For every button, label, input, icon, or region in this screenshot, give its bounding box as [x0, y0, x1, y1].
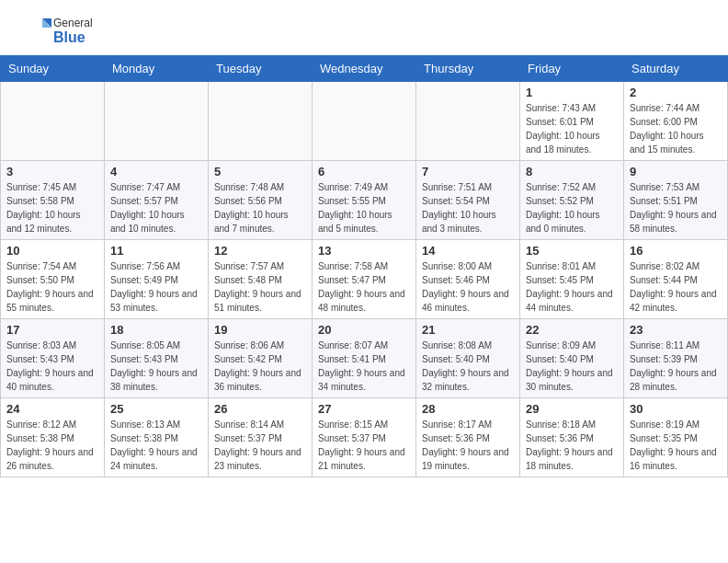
- calendar-week-row: 1Sunrise: 7:43 AM Sunset: 6:01 PM Daylig…: [1, 82, 728, 161]
- day-number: 8: [526, 165, 618, 178]
- calendar-cell: 15Sunrise: 8:01 AM Sunset: 5:45 PM Dayli…: [520, 240, 624, 319]
- logo-icon: General Blue: [22, 17, 93, 46]
- day-info: Sunrise: 8:01 AM Sunset: 5:45 PM Dayligh…: [526, 259, 618, 315]
- calendar-cell: 10Sunrise: 7:54 AM Sunset: 5:50 PM Dayli…: [1, 240, 105, 319]
- calendar-cell: [105, 82, 209, 161]
- day-number: 13: [318, 244, 410, 258]
- day-number: 11: [110, 244, 202, 258]
- calendar-cell: 23Sunrise: 8:11 AM Sunset: 5:39 PM Dayli…: [624, 319, 728, 398]
- calendar-cell: 4Sunrise: 7:47 AM Sunset: 5:57 PM Daylig…: [105, 161, 209, 240]
- calendar-cell: 14Sunrise: 8:00 AM Sunset: 5:46 PM Dayli…: [416, 240, 520, 319]
- calendar-cell: 1Sunrise: 7:43 AM Sunset: 6:01 PM Daylig…: [520, 82, 624, 161]
- day-info: Sunrise: 8:08 AM Sunset: 5:40 PM Dayligh…: [422, 339, 514, 394]
- calendar-cell: 25Sunrise: 8:13 AM Sunset: 5:38 PM Dayli…: [105, 398, 209, 477]
- logo: General Blue: [22, 17, 93, 46]
- day-info: Sunrise: 8:17 AM Sunset: 5:36 PM Dayligh…: [422, 418, 514, 473]
- day-info: Sunrise: 8:02 AM Sunset: 5:44 PM Dayligh…: [630, 259, 722, 315]
- day-number: 15: [526, 244, 618, 258]
- calendar-cell: 21Sunrise: 8:08 AM Sunset: 5:40 PM Dayli…: [416, 319, 520, 398]
- col-header-wednesday: Wednesday: [313, 56, 416, 82]
- calendar-cell: 16Sunrise: 8:02 AM Sunset: 5:44 PM Dayli…: [624, 240, 728, 319]
- day-number: 14: [422, 244, 514, 258]
- day-number: 1: [526, 86, 618, 99]
- day-info: Sunrise: 7:53 AM Sunset: 5:51 PM Dayligh…: [630, 180, 722, 236]
- day-number: 10: [6, 244, 98, 258]
- day-number: 12: [214, 244, 306, 258]
- calendar-cell: 27Sunrise: 8:15 AM Sunset: 5:37 PM Dayli…: [313, 398, 416, 477]
- day-number: 3: [6, 165, 98, 178]
- calendar-cell: 5Sunrise: 7:48 AM Sunset: 5:56 PM Daylig…: [209, 161, 313, 240]
- day-info: Sunrise: 8:15 AM Sunset: 5:37 PM Dayligh…: [318, 418, 410, 473]
- calendar-cell: 26Sunrise: 8:14 AM Sunset: 5:37 PM Dayli…: [209, 398, 313, 477]
- calendar-cell: [416, 82, 520, 161]
- calendar-cell: 3Sunrise: 7:45 AM Sunset: 5:58 PM Daylig…: [1, 161, 105, 240]
- calendar-cell: 2Sunrise: 7:44 AM Sunset: 6:00 PM Daylig…: [624, 82, 728, 161]
- day-info: Sunrise: 8:11 AM Sunset: 5:39 PM Dayligh…: [630, 339, 722, 394]
- day-info: Sunrise: 7:52 AM Sunset: 5:52 PM Dayligh…: [526, 180, 618, 236]
- calendar-cell: 18Sunrise: 8:05 AM Sunset: 5:43 PM Dayli…: [105, 319, 209, 398]
- page-header: General Blue: [0, 0, 728, 55]
- calendar-week-row: 10Sunrise: 7:54 AM Sunset: 5:50 PM Dayli…: [1, 240, 728, 319]
- day-info: Sunrise: 8:19 AM Sunset: 5:35 PM Dayligh…: [630, 418, 722, 473]
- day-number: 26: [214, 402, 306, 416]
- col-header-friday: Friday: [520, 56, 624, 82]
- day-number: 19: [214, 323, 306, 337]
- calendar-cell: 8Sunrise: 7:52 AM Sunset: 5:52 PM Daylig…: [520, 161, 624, 240]
- day-number: 30: [630, 402, 722, 416]
- calendar-cell: 19Sunrise: 8:06 AM Sunset: 5:42 PM Dayli…: [209, 319, 313, 398]
- col-header-tuesday: Tuesday: [209, 56, 313, 82]
- day-info: Sunrise: 8:00 AM Sunset: 5:46 PM Dayligh…: [422, 259, 514, 315]
- day-number: 16: [630, 244, 722, 258]
- calendar-cell: 12Sunrise: 7:57 AM Sunset: 5:48 PM Dayli…: [209, 240, 313, 319]
- col-header-saturday: Saturday: [624, 56, 728, 82]
- day-info: Sunrise: 7:51 AM Sunset: 5:54 PM Dayligh…: [422, 180, 514, 236]
- day-info: Sunrise: 8:06 AM Sunset: 5:42 PM Dayligh…: [214, 339, 306, 394]
- day-number: 4: [110, 165, 202, 178]
- calendar-cell: 11Sunrise: 7:56 AM Sunset: 5:49 PM Dayli…: [105, 240, 209, 319]
- calendar-cell: 6Sunrise: 7:49 AM Sunset: 5:55 PM Daylig…: [313, 161, 416, 240]
- calendar-cell: 24Sunrise: 8:12 AM Sunset: 5:38 PM Dayli…: [1, 398, 105, 477]
- day-number: 22: [526, 323, 618, 337]
- calendar-cell: [209, 82, 313, 161]
- calendar-cell: 22Sunrise: 8:09 AM Sunset: 5:40 PM Dayli…: [520, 319, 624, 398]
- day-info: Sunrise: 8:03 AM Sunset: 5:43 PM Dayligh…: [6, 339, 98, 394]
- day-info: Sunrise: 8:09 AM Sunset: 5:40 PM Dayligh…: [526, 339, 618, 394]
- calendar-cell: 28Sunrise: 8:17 AM Sunset: 5:36 PM Dayli…: [416, 398, 520, 477]
- day-info: Sunrise: 8:05 AM Sunset: 5:43 PM Dayligh…: [110, 339, 202, 394]
- day-number: 6: [318, 165, 410, 178]
- calendar-week-row: 3Sunrise: 7:45 AM Sunset: 5:58 PM Daylig…: [1, 161, 728, 240]
- day-info: Sunrise: 7:48 AM Sunset: 5:56 PM Dayligh…: [214, 180, 306, 236]
- day-number: 17: [6, 323, 98, 337]
- day-info: Sunrise: 8:07 AM Sunset: 5:41 PM Dayligh…: [318, 339, 410, 394]
- day-info: Sunrise: 8:14 AM Sunset: 5:37 PM Dayligh…: [214, 418, 306, 473]
- day-number: 5: [214, 165, 306, 178]
- day-number: 24: [6, 402, 98, 416]
- day-info: Sunrise: 7:56 AM Sunset: 5:49 PM Dayligh…: [110, 259, 202, 315]
- col-header-sunday: Sunday: [1, 56, 105, 82]
- calendar-cell: [313, 82, 416, 161]
- day-number: 23: [630, 323, 722, 337]
- calendar-cell: 30Sunrise: 8:19 AM Sunset: 5:35 PM Dayli…: [624, 398, 728, 477]
- calendar-week-row: 24Sunrise: 8:12 AM Sunset: 5:38 PM Dayli…: [1, 398, 728, 477]
- calendar-week-row: 17Sunrise: 8:03 AM Sunset: 5:43 PM Dayli…: [1, 319, 728, 398]
- day-info: Sunrise: 7:45 AM Sunset: 5:58 PM Dayligh…: [6, 180, 98, 236]
- day-info: Sunrise: 7:58 AM Sunset: 5:47 PM Dayligh…: [318, 259, 410, 315]
- day-info: Sunrise: 8:13 AM Sunset: 5:38 PM Dayligh…: [110, 418, 202, 473]
- day-number: 21: [422, 323, 514, 337]
- day-info: Sunrise: 7:47 AM Sunset: 5:57 PM Dayligh…: [110, 180, 202, 236]
- calendar-cell: 9Sunrise: 7:53 AM Sunset: 5:51 PM Daylig…: [624, 161, 728, 240]
- calendar-cell: 17Sunrise: 8:03 AM Sunset: 5:43 PM Dayli…: [1, 319, 105, 398]
- day-number: 28: [422, 402, 514, 416]
- logo-blue-text: Blue: [53, 29, 93, 46]
- day-number: 7: [422, 165, 514, 178]
- col-header-thursday: Thursday: [416, 56, 520, 82]
- day-number: 18: [110, 323, 202, 337]
- day-info: Sunrise: 7:44 AM Sunset: 6:00 PM Dayligh…: [630, 101, 722, 156]
- day-number: 29: [526, 402, 618, 416]
- day-info: Sunrise: 8:18 AM Sunset: 5:36 PM Dayligh…: [526, 418, 618, 473]
- day-number: 2: [630, 86, 722, 99]
- calendar-cell: 7Sunrise: 7:51 AM Sunset: 5:54 PM Daylig…: [416, 161, 520, 240]
- logo-general-text: General: [53, 17, 93, 29]
- col-header-monday: Monday: [105, 56, 209, 82]
- day-number: 9: [630, 165, 722, 178]
